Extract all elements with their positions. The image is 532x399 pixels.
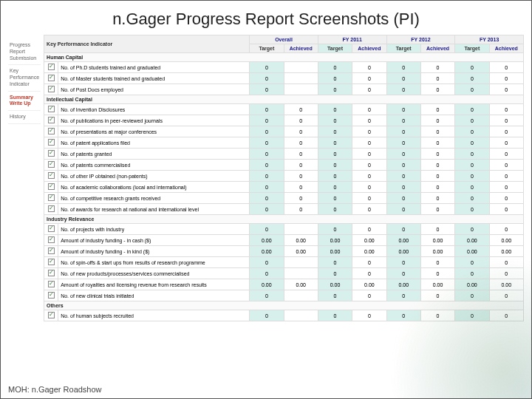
sidebar-item[interactable]: History [8,111,41,124]
target-value: 0 [318,182,352,193]
row-checkbox-cell[interactable] [44,257,58,268]
sidebar-item[interactable]: Key Performance Indicator [8,65,41,91]
checkbox-icon[interactable] [48,172,55,179]
achieved-value: 0 [352,84,386,95]
checkbox-icon[interactable] [48,75,55,81]
checkbox-icon[interactable] [48,236,55,243]
target-value: 0 [318,268,352,279]
sidebar-item[interactable]: Summary Write Up [8,92,41,112]
checkbox-icon[interactable] [48,183,55,190]
target-value: 0.00 [386,279,420,290]
achieved-value: 0 [420,149,454,160]
checkbox-icon[interactable] [48,64,55,70]
target-value: 0 [455,126,489,137]
achieved-value: 0 [352,149,386,160]
section-title: Industry Relevance [44,215,524,224]
row-checkbox-cell[interactable] [44,115,58,126]
achieved-value: 0 [420,104,454,115]
achieved-value: 0 [352,310,386,321]
achieved-value: 0 [420,182,454,193]
target-value: 0 [250,171,284,182]
target-value: 0 [250,104,284,115]
checkbox-icon[interactable] [48,248,55,254]
target-value: 0 [386,268,420,279]
target-value: 0 [386,224,420,235]
kpi-table: Key Performance Indicator Overall FY 201… [44,35,524,321]
achieved-value: 0.00 [489,235,523,246]
checkbox-icon[interactable] [48,139,55,146]
row-checkbox-cell[interactable] [44,193,58,204]
achieved-value: 0.00 [284,279,318,290]
table-row: No. of new clinical trials initiated0000… [44,290,524,301]
indicator-label: Amount of industry funding - in cash ($) [58,235,250,246]
header-indicator: Key Performance Indicator [44,35,250,53]
achieved-value: 0 [489,160,523,171]
checkbox-icon[interactable] [48,106,55,112]
checkbox-icon[interactable] [48,150,55,157]
target-value: 0 [250,310,284,321]
header-achieved: Achieved [420,44,454,53]
row-checkbox-cell[interactable] [44,224,58,235]
row-checkbox-cell[interactable] [44,235,58,246]
target-value: 0 [318,310,352,321]
checkbox-icon[interactable] [48,292,55,299]
checkbox-icon[interactable] [48,128,55,134]
achieved-value: 0 [352,268,386,279]
checkbox-icon[interactable] [48,259,55,265]
row-checkbox-cell[interactable] [44,268,58,279]
target-value: 0.00 [250,246,284,257]
checkbox-icon[interactable] [48,117,55,123]
section-header: Human Capital [44,53,524,62]
row-checkbox-cell[interactable] [44,73,58,84]
achieved-value: 0 [420,171,454,182]
row-checkbox-cell[interactable] [44,171,58,182]
row-checkbox-cell[interactable] [44,62,58,73]
achieved-value: 0.00 [352,246,386,257]
achieved-value: 0 [489,193,523,204]
achieved-value: 0 [489,290,523,301]
sidebar-item[interactable]: Progress Report Submission [8,39,41,65]
row-checkbox-cell[interactable] [44,104,58,115]
row-checkbox-cell[interactable] [44,182,58,193]
checkbox-icon[interactable] [48,281,55,287]
checkbox-icon[interactable] [48,225,55,232]
row-checkbox-cell[interactable] [44,84,58,95]
target-value: 0 [455,182,489,193]
row-checkbox-cell[interactable] [44,137,58,149]
checkbox-icon[interactable] [48,312,55,318]
target-value: 0 [455,149,489,160]
achieved-value [284,257,318,268]
row-checkbox-cell[interactable] [44,160,58,171]
achieved-value: 0 [489,182,523,193]
target-value: 0 [250,137,284,149]
achieved-value: 0 [352,62,386,73]
checkbox-icon[interactable] [48,194,55,201]
achieved-value: 0.00 [284,246,318,257]
row-checkbox-cell[interactable] [44,246,58,257]
checkbox-icon[interactable] [48,205,55,212]
target-value: 0.00 [318,246,352,257]
target-value: 0 [318,84,352,95]
target-value: 0 [250,224,284,235]
checkbox-icon[interactable] [48,161,55,168]
target-value: 0.00 [455,246,489,257]
achieved-value: 0 [420,268,454,279]
table-row: No. of Master students trained and gradu… [44,73,524,84]
checkbox-icon[interactable] [48,86,55,92]
indicator-label: No. of competitive research grants recei… [58,193,250,204]
achieved-value [284,84,318,95]
achieved-value: 0 [489,204,523,215]
row-checkbox-cell[interactable] [44,279,58,290]
row-checkbox-cell[interactable] [44,126,58,137]
achieved-value: 0 [352,171,386,182]
target-value: 0.00 [386,235,420,246]
row-checkbox-cell[interactable] [44,310,58,321]
target-value: 0 [250,290,284,301]
row-checkbox-cell[interactable] [44,149,58,160]
target-value: 0 [250,84,284,95]
table-row: No. of Invention Disclosures00000000 [44,104,524,115]
row-checkbox-cell[interactable] [44,290,58,301]
table-row: No. of projects with industry0000000 [44,224,524,235]
row-checkbox-cell[interactable] [44,204,58,215]
checkbox-icon[interactable] [48,270,55,276]
